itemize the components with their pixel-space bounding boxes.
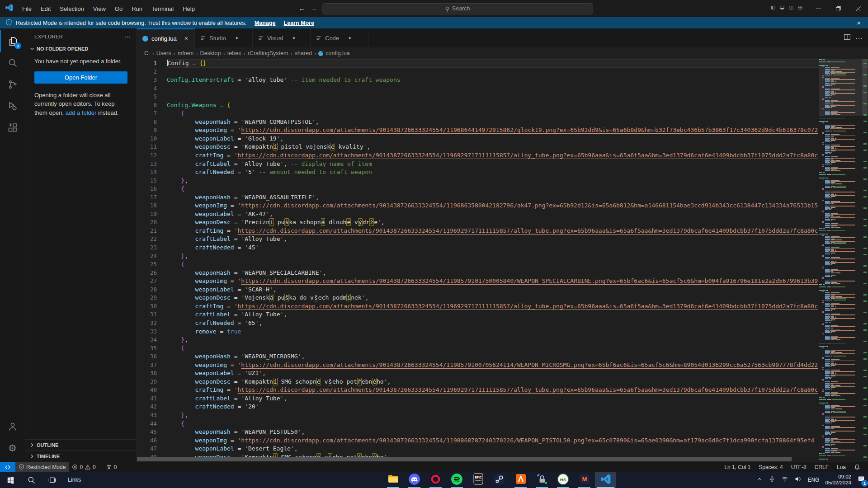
menu-edit[interactable]: Edit [37,4,55,14]
line-number[interactable]: 24 [137,252,167,261]
settings-gear-icon[interactable]: ⚙ [0,437,25,459]
line-number[interactable]: 8 [137,118,167,127]
line-number[interactable]: 47 [137,445,167,453]
back-arrow-icon[interactable]: ← [298,5,306,13]
line-number[interactable]: 20 [137,218,167,227]
start-button[interactable] [0,472,21,488]
code-line[interactable]: 38weaponLabel = 'UZI', [137,369,868,378]
microphone-icon[interactable] [769,476,775,484]
encoding-status[interactable]: UTF-8 [787,462,811,472]
code-line[interactable]: 24}, [137,252,868,261]
menu-terminal[interactable]: Terminal [147,4,178,14]
taskbar-app-vscode[interactable] [595,472,616,488]
minimize-button[interactable] [808,0,828,17]
line-number[interactable]: 9 [137,126,167,135]
customize-layout-icon[interactable] [797,4,804,13]
code-line[interactable]: 20weaponDesc = 'Precizní puška schopná d… [137,218,868,227]
links-toolbar[interactable]: Links [62,477,86,483]
code-line[interactable]: 42craftNeeded = '20' [137,403,868,411]
open-folder-button[interactable]: Open Folder [34,71,127,84]
tab-visual[interactable]: Visual● [253,28,311,47]
problems-status[interactable]: 0 0 [69,462,99,472]
menu-go[interactable]: Go [111,4,127,14]
line-number[interactable]: 32 [137,319,167,328]
code-line[interactable]: 46weaponImg = 'https://cdn.discordapp.co… [137,436,868,445]
line-number[interactable]: 40 [137,386,167,394]
code-line[interactable]: 21craftImg = 'https://cdn.discordapp.com… [137,227,868,235]
code-line[interactable]: 2 [137,68,868,76]
line-number[interactable]: 45 [137,428,167,436]
command-center-search[interactable]: ⚲ Search [322,3,593,14]
tab-code[interactable]: Code● [311,28,368,47]
line-number[interactable]: 31 [137,310,167,319]
line-number[interactable]: 19 [137,210,167,219]
code-line[interactable]: 18weaponImg = 'https://cdn.discordapp.co… [137,202,868,210]
line-number[interactable]: 37 [137,361,167,370]
line-number[interactable]: 39 [137,378,167,386]
line-number[interactable]: 5 [137,93,167,101]
taskbar-app-file-explorer[interactable] [382,472,404,488]
code-line[interactable]: 37weaponImg = 'https://cdn.discordapp.co… [137,361,868,370]
code-line[interactable]: 16{ [137,185,868,193]
breadcrumb-item-shared[interactable]: shared [295,50,312,56]
taskbar-app-fivem[interactable] [510,472,531,488]
tray-chevron-icon[interactable] [756,476,763,484]
code-line[interactable]: 40craftImg = 'https://cdn.discordapp.com… [137,386,868,394]
split-editor-icon[interactable] [844,33,851,42]
close-window-button[interactable] [848,0,868,17]
code-line[interactable]: 8weaponHash = 'WEAPON_COMBATPISTOL', [137,118,868,127]
code-line[interactable]: 41craftLabel = 'Alloy Tube', [137,394,868,403]
code-line[interactable]: 6Config.Weapons = { [137,101,868,110]
modified-dot-icon[interactable]: ● [292,36,295,40]
code-line[interactable]: 23craftNeeded = '45' [137,244,868,252]
banner-close-icon[interactable]: × [853,19,864,27]
line-number[interactable]: 21 [137,227,167,235]
remote-indicator[interactable] [0,462,15,472]
line-number[interactable]: 10 [137,135,167,143]
eol-status[interactable]: CRLF [811,462,833,472]
line-number[interactable]: 33 [137,328,167,336]
breadcrumb-item-c[interactable]: C: [144,50,150,56]
line-number[interactable]: 22 [137,235,167,244]
code-line[interactable]: 26weaponHash = 'WEAPON_SPECIALCARBINE', [137,269,868,277]
forward-arrow-icon[interactable]: → [310,5,317,13]
line-number[interactable]: 38 [137,369,167,378]
manage-link[interactable]: Manage [255,20,276,26]
line-number[interactable]: 11 [137,143,167,151]
line-number[interactable]: 34 [137,336,167,344]
cursor-position-status[interactable]: Ln 1, Col 1 [720,462,755,472]
line-number[interactable]: 43 [137,411,167,420]
breadcrumb-item-config-lua[interactable]: config.lua [326,50,350,56]
code-line[interactable]: 36weaponHash = 'WEAPON_MICROSMG', [137,352,868,361]
code-line[interactable]: 5 [137,93,868,101]
line-number[interactable]: 17 [137,193,167,202]
line-number[interactable]: 12 [137,151,167,160]
breadcrumb-item-mfrem[interactable]: mfrem [178,50,193,56]
line-number[interactable]: 36 [137,352,167,361]
code-line[interactable]: 27weaponImg = 'https://cdn.discordapp.co… [137,277,868,286]
line-number[interactable]: 42 [137,403,167,411]
code-line[interactable]: 13craftLabel = 'Alloy Tube', -- display … [137,160,868,169]
line-number[interactable]: 35 [137,344,167,353]
breadcrumb-item-desktop[interactable]: Desktop [200,50,221,56]
explorer-actions-icon[interactable]: ⋯ [124,33,131,40]
line-number[interactable]: 6 [137,101,167,110]
ports-status[interactable]: 0 [103,462,120,472]
add-folder-link[interactable]: add a folder [66,109,97,116]
code-line[interactable]: 15}, [137,177,868,185]
speaker-icon[interactable] [794,475,802,484]
code-line[interactable]: 39weaponDesc = 'Kompaktní SMG schopné vš… [137,378,868,386]
code-line[interactable]: 14craftNeeded = '5' -- amount needed to … [137,168,868,177]
code-line[interactable]: 34}, [137,336,868,344]
line-number[interactable]: 25 [137,260,167,269]
taskbar-clock[interactable]: 09:02 05/02/2024 [825,474,851,486]
indentation-status[interactable]: Spaces: 4 [755,462,787,472]
code-line[interactable]: 29weaponDesc = 'Vojenská puška do všech … [137,294,868,302]
line-number[interactable]: 16 [137,185,167,193]
code-line[interactable]: 19weaponLabel = 'AK-47', [137,210,868,219]
search-activity-icon[interactable] [0,52,25,74]
menu-help[interactable]: Help [179,4,199,14]
tab-close-icon[interactable]: × [184,35,188,42]
taskbar-search-icon[interactable] [21,472,42,488]
menu-file[interactable]: File [18,4,36,14]
